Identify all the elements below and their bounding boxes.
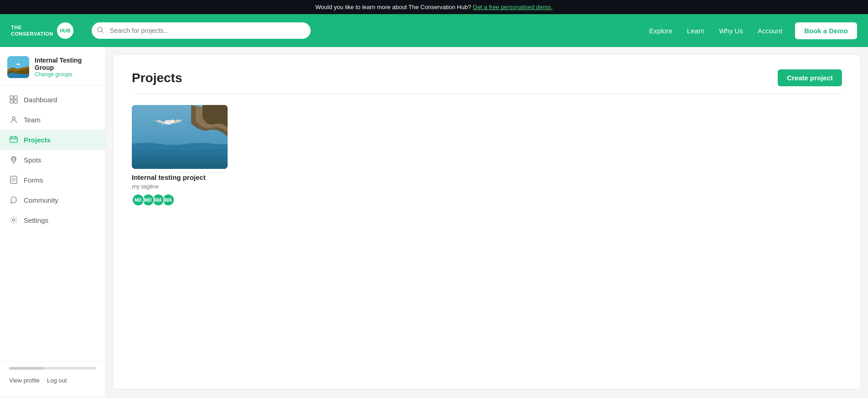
nav-links: Explore Learn Why Us Account Book a Demo xyxy=(644,22,857,39)
forms-icon xyxy=(9,175,18,184)
svg-point-11 xyxy=(13,219,15,221)
view-profile-link[interactable]: View profile xyxy=(9,377,40,384)
svg-rect-6 xyxy=(14,100,17,103)
sidebar-progress-bar xyxy=(9,367,96,370)
sidebar-label-settings: Settings xyxy=(24,216,48,224)
svg-rect-3 xyxy=(10,96,13,99)
sidebar-label-spots: Spots xyxy=(24,156,41,164)
sidebar-item-forms[interactable]: Forms xyxy=(0,170,105,190)
sidebar-progress-fill xyxy=(9,367,44,370)
sidebar-item-dashboard[interactable]: Dashboard xyxy=(0,89,105,110)
team-icon xyxy=(9,115,18,124)
create-project-button[interactable]: Create project xyxy=(778,69,842,86)
nav-account[interactable]: Account xyxy=(752,23,788,38)
project-card-title: Internal testing project xyxy=(132,173,228,181)
sidebar: Internal Testing Group Change groups Das… xyxy=(0,47,106,397)
org-avatar xyxy=(7,56,29,78)
project-card-image xyxy=(132,105,228,169)
page-layout: Internal Testing Group Change groups Das… xyxy=(0,47,868,397)
main-nav: THE CONSERVATION HUB Explore Learn Why U… xyxy=(0,14,868,47)
sidebar-item-projects[interactable]: Projects xyxy=(0,130,105,150)
project-card-tagline: my tagline xyxy=(132,183,228,190)
settings-icon xyxy=(9,215,18,225)
sidebar-org: Internal Testing Group Change groups xyxy=(0,47,105,86)
org-info: Internal Testing Group Change groups xyxy=(35,57,98,78)
announcement-text: Would you like to learn more about The C… xyxy=(316,4,471,10)
sidebar-nav: Dashboard Team xyxy=(0,86,105,361)
member-avatar-1: MD xyxy=(132,194,145,206)
sidebar-item-community[interactable]: Community xyxy=(0,190,105,210)
project-card[interactable]: Internal testing project my tagline MD M… xyxy=(132,105,228,206)
org-name: Internal Testing Group xyxy=(35,57,98,71)
svg-rect-5 xyxy=(10,100,13,103)
projects-header: Projects Create project xyxy=(132,69,842,94)
sidebar-label-community: Community xyxy=(24,196,58,204)
projects-icon xyxy=(9,135,18,144)
svg-line-1 xyxy=(102,31,103,33)
project-card-members: MD MD WA WA xyxy=(132,194,228,206)
search-icon xyxy=(97,27,104,35)
sidebar-label-team: Team xyxy=(24,116,41,124)
sidebar-item-team[interactable]: Team xyxy=(0,110,105,130)
nav-explore[interactable]: Explore xyxy=(644,23,678,38)
nav-why-us[interactable]: Why Us xyxy=(713,23,748,38)
projects-grid: Internal testing project my tagline MD M… xyxy=(132,105,842,206)
sidebar-item-spots[interactable]: Spots xyxy=(0,150,105,170)
search-bar-container xyxy=(92,22,311,39)
book-demo-button[interactable]: Book a Demo xyxy=(795,22,857,39)
community-icon xyxy=(9,195,18,204)
dashboard-icon xyxy=(9,95,18,104)
logo-hub-badge: HUB xyxy=(57,22,73,39)
svg-rect-8 xyxy=(10,137,17,142)
sidebar-footer-links: View profile Log out xyxy=(9,377,96,384)
sidebar-label-dashboard: Dashboard xyxy=(24,96,57,104)
sidebar-footer: View profile Log out xyxy=(0,361,105,389)
logo-top-text: THE CONSERVATION xyxy=(11,24,53,37)
spots-icon xyxy=(9,155,18,164)
logo-area: THE CONSERVATION HUB xyxy=(11,22,73,39)
log-out-link[interactable]: Log out xyxy=(47,377,67,384)
nav-learn[interactable]: Learn xyxy=(681,23,710,38)
sidebar-label-projects: Projects xyxy=(24,136,51,144)
svg-point-9 xyxy=(12,157,15,160)
change-groups-link[interactable]: Change groups xyxy=(35,71,98,78)
page-title: Projects xyxy=(132,71,182,85)
sidebar-item-settings[interactable]: Settings xyxy=(0,210,105,230)
announcement-link[interactable]: Get a free personalised demo. xyxy=(473,4,553,10)
search-input[interactable] xyxy=(92,22,311,39)
svg-rect-4 xyxy=(14,96,17,99)
main-content: Projects Create project xyxy=(113,54,861,389)
announcement-bar: Would you like to learn more about The C… xyxy=(0,0,868,14)
sidebar-label-forms: Forms xyxy=(24,176,43,184)
svg-point-7 xyxy=(12,117,15,120)
